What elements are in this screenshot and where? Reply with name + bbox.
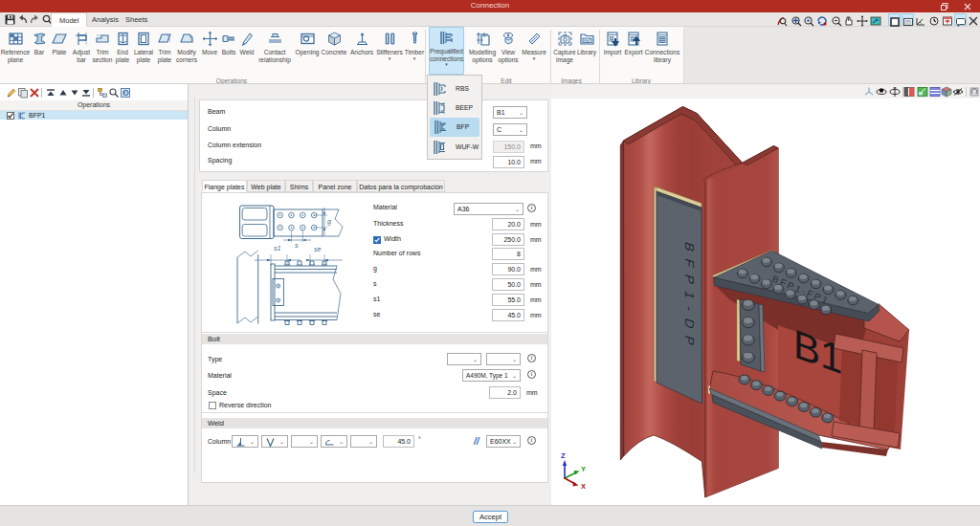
svg-text:Z: Z	[561, 451, 566, 460]
svg-text:X: X	[581, 482, 586, 491]
svg-text:BFP1-DP: BFP1-DP	[682, 240, 697, 355]
svg-text:se: se	[314, 246, 322, 252]
svg-text:Y: Y	[581, 465, 586, 473]
svg-text:s: s	[295, 242, 299, 249]
svg-text:g: g	[327, 218, 331, 226]
svg-text:s1: s1	[274, 245, 281, 252]
